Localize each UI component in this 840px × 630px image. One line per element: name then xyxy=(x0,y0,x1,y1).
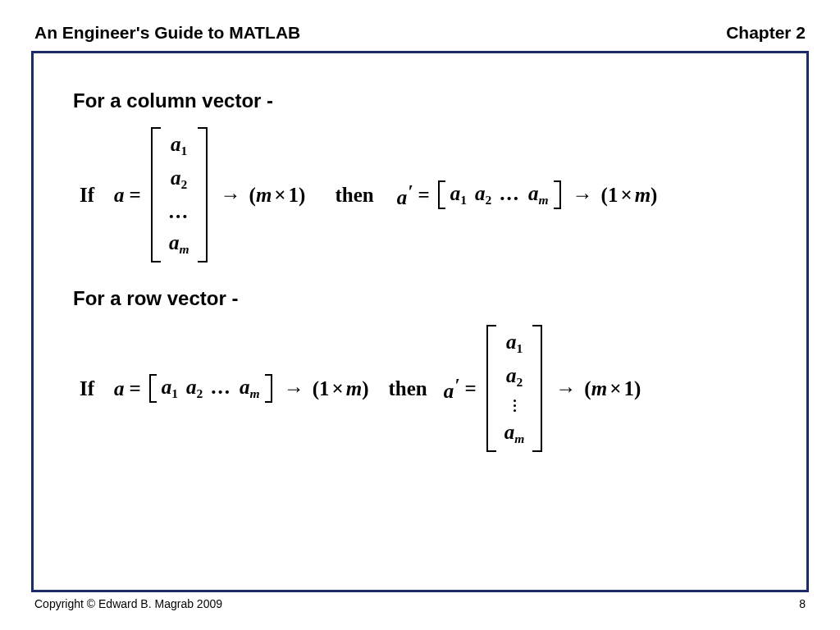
equation-row-vector: If a = a1 a2 ... am → (1×m) then a′ = xyxy=(80,325,767,452)
cell-a1: a1 xyxy=(171,132,187,159)
book-title: An Engineer's Guide to MATLAB xyxy=(34,23,300,43)
dim-m-by-1: (m×1) xyxy=(249,184,306,207)
row-vector-bracket: a1 a2 ... am xyxy=(149,374,272,403)
arrow-icon: → xyxy=(221,184,241,207)
equals-sign: = xyxy=(130,184,141,207)
cell-am: am xyxy=(240,376,260,401)
cell-a2: a2 xyxy=(171,166,187,193)
equals-sign: = xyxy=(418,184,429,207)
cell-a2: a2 xyxy=(186,376,203,401)
equals-sign: = xyxy=(130,377,141,400)
cell-dots: ... xyxy=(500,182,520,205)
dim-m-by-1: (m×1) xyxy=(584,377,641,400)
cell-a2: a2 xyxy=(475,182,491,208)
cell-a1: a1 xyxy=(506,330,523,357)
cell-am: am xyxy=(169,231,189,258)
section-heading-row: For a row vector - xyxy=(73,287,767,310)
column-vector-bracket: a1 a2 am xyxy=(486,325,543,452)
then-label: then xyxy=(335,184,373,207)
page-header: An Engineer's Guide to MATLAB Chapter 2 xyxy=(34,23,806,43)
arrow-icon: → xyxy=(284,377,304,400)
equals-sign: = xyxy=(465,377,477,400)
content-frame: For a column vector - If a = a1 a2 ... a… xyxy=(31,51,809,592)
slide: An Engineer's Guide to MATLAB Chapter 2 … xyxy=(0,0,840,630)
equation-column-vector: If a = a1 a2 ... am → (m×1) then a′ = xyxy=(80,127,767,262)
vdots-icon xyxy=(514,397,516,413)
var-a: a xyxy=(114,184,125,207)
then-label: then xyxy=(388,377,427,400)
var-a-prime: a′ xyxy=(397,181,413,209)
cell-a1: a1 xyxy=(450,182,467,208)
cell-a1: a1 xyxy=(162,376,178,401)
arrow-icon: → xyxy=(573,184,593,207)
dim-1-by-m: (1×m) xyxy=(313,377,369,400)
cell-am: am xyxy=(504,420,525,447)
var-a-prime: a′ xyxy=(444,375,460,403)
page-footer: Copyright © Edward B. Magrab 2009 8 xyxy=(34,597,806,610)
cell-a2: a2 xyxy=(506,363,523,390)
cell-am: am xyxy=(528,182,549,208)
copyright-text: Copyright © Edward B. Magrab 2009 xyxy=(34,597,222,610)
if-label: If xyxy=(80,377,94,400)
section-heading-column: For a column vector - xyxy=(73,89,767,112)
page-number: 8 xyxy=(799,597,806,610)
arrow-icon: → xyxy=(555,377,576,400)
dim-1-by-m: (1×m) xyxy=(601,184,658,207)
cell-dots: ... xyxy=(169,199,189,224)
var-a: a xyxy=(114,377,125,400)
if-label: If xyxy=(80,184,94,207)
row-vector-bracket: a1 a2 ... am xyxy=(438,180,561,209)
cell-dots: ... xyxy=(211,376,231,399)
column-vector-bracket: a1 a2 ... am xyxy=(151,127,208,262)
chapter-label: Chapter 2 xyxy=(726,23,806,43)
